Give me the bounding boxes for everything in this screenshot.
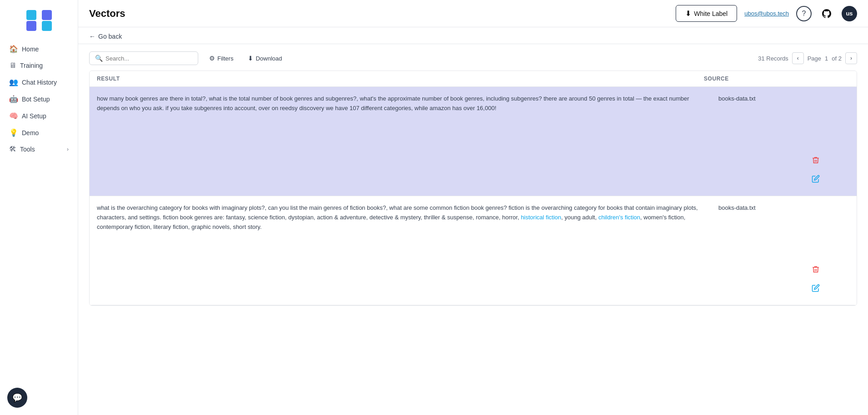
demo-icon: 💡	[9, 128, 18, 137]
sidebar-item-bot-setup[interactable]: 🤖 Bot Setup	[4, 91, 74, 107]
sidebar-item-tools[interactable]: 🛠 Tools ›	[4, 142, 74, 157]
header-right: ⬇ White Label ubos@ubos.tech ? us	[676, 5, 857, 22]
bot-setup-icon: 🤖	[9, 95, 18, 103]
edit-button-2[interactable]	[810, 282, 822, 298]
header: Vectors ⬇ White Label ubos@ubos.tech ? u…	[78, 0, 868, 27]
edit-button-1[interactable]	[810, 173, 822, 188]
chat-bubble-button[interactable]: 💬	[7, 388, 27, 408]
training-icon: 🖥	[9, 61, 16, 70]
filters-icon: ⚙	[209, 55, 215, 62]
sidebar-item-chat-history[interactable]: 👥 Chat History	[4, 74, 74, 90]
svg-rect-3	[42, 21, 52, 31]
result-column-header: RESULT	[97, 76, 704, 82]
sidebar-item-ai-setup[interactable]: 🧠 AI Setup	[4, 108, 74, 124]
go-back-button[interactable]: ← Go back	[89, 33, 857, 40]
content-area: 🔍 ⚙ Filters ⬇ Download 31 Records ‹ Page…	[78, 44, 868, 415]
svg-rect-1	[26, 21, 36, 31]
sidebar-item-demo-label: Demo	[22, 129, 39, 137]
page-label: Page	[808, 55, 821, 62]
sidebar-item-training[interactable]: 🖥 Training	[4, 58, 74, 73]
next-page-button[interactable]: ›	[845, 52, 857, 64]
download-circle-icon: ⬇	[685, 9, 691, 18]
filters-button[interactable]: ⚙ Filters	[206, 53, 237, 64]
delete-column-header	[795, 76, 822, 82]
actions-cell-2	[802, 196, 829, 305]
github-button[interactable]	[819, 6, 834, 21]
current-page: 1	[825, 55, 828, 62]
search-input[interactable]	[105, 55, 192, 62]
source-cell-2: books-data.txt	[711, 196, 802, 305]
help-button[interactable]: ?	[796, 6, 812, 21]
delete-button-1[interactable]	[810, 154, 822, 170]
github-icon	[821, 8, 832, 19]
svg-rect-2	[42, 10, 52, 20]
search-icon: 🔍	[95, 55, 103, 62]
edit-column-header	[822, 76, 849, 82]
chat-history-icon: 👥	[9, 78, 18, 86]
toolbar-right: 31 Records ‹ Page 1 of 2 ›	[758, 52, 857, 64]
delete-button-2[interactable]	[810, 263, 822, 279]
sidebar-nav: 🏠 Home 🖥 Training 👥 Chat History 🤖 Bot S…	[0, 41, 78, 157]
page-title: Vectors	[89, 8, 125, 20]
logo	[0, 5, 78, 41]
trash-icon	[812, 156, 820, 164]
sidebar-item-chat-history-label: Chat History	[22, 79, 57, 86]
download-button[interactable]: ⬇ Download	[244, 53, 286, 64]
sidebar: 🏠 Home 🖥 Training 👥 Chat History 🤖 Bot S…	[0, 0, 78, 415]
result-text-2: what is the overarching category for boo…	[97, 204, 698, 230]
download-label: Download	[256, 55, 282, 62]
user-avatar-button[interactable]: us	[842, 6, 857, 21]
edit-icon	[812, 175, 820, 183]
tools-icon: 🛠	[9, 145, 16, 153]
sidebar-item-bot-setup-label: Bot Setup	[22, 96, 50, 103]
prev-page-button[interactable]: ‹	[792, 52, 804, 64]
filters-label: Filters	[217, 55, 233, 62]
total-pages: of 2	[832, 55, 842, 62]
source-column-header: SOURCE	[704, 76, 795, 82]
user-initials: us	[846, 10, 853, 17]
actions-cell-1	[802, 87, 829, 196]
tools-arrow-icon: ›	[67, 146, 69, 152]
sidebar-bottom: 💬	[0, 380, 78, 415]
trash-icon	[812, 265, 820, 273]
sidebar-item-training-label: Training	[20, 62, 43, 69]
sidebar-item-home-label: Home	[22, 46, 39, 53]
svg-rect-0	[26, 10, 36, 20]
result-cell-2: what is the overarching category for boo…	[90, 196, 711, 305]
help-icon: ?	[802, 10, 806, 18]
white-label-label: White Label	[694, 10, 728, 17]
toolbar: 🔍 ⚙ Filters ⬇ Download 31 Records ‹ Page…	[89, 51, 857, 65]
user-email: ubos@ubos.tech	[744, 10, 789, 17]
vectors-table: RESULT SOURCE how many book genres are t…	[89, 71, 857, 306]
sub-header: ← Go back	[78, 27, 868, 44]
sidebar-item-demo[interactable]: 💡 Demo	[4, 125, 74, 141]
chat-bubble-icon: 💬	[12, 393, 22, 403]
sidebar-item-home[interactable]: 🏠 Home	[4, 41, 74, 57]
result-cell-1: how many book genres are there in total?…	[90, 87, 711, 196]
sidebar-item-tools-label: Tools	[20, 146, 35, 153]
search-box[interactable]: 🔍	[89, 51, 198, 65]
table-row: how many book genres are there in total?…	[90, 87, 857, 196]
edit-icon	[812, 284, 820, 292]
back-arrow-icon: ←	[89, 33, 95, 40]
download-icon: ⬇	[248, 55, 253, 62]
white-label-button[interactable]: ⬇ White Label	[676, 5, 737, 22]
table-row: what is the overarching category for boo…	[90, 196, 857, 305]
sidebar-item-ai-setup-label: AI Setup	[22, 112, 46, 120]
result-text-1: how many book genres are there in total?…	[97, 95, 689, 111]
ai-setup-icon: 🧠	[9, 111, 18, 120]
table-header: RESULT SOURCE	[90, 71, 857, 87]
records-count: 31 Records	[758, 55, 788, 62]
home-icon: 🏠	[9, 45, 18, 53]
main-content: Vectors ⬇ White Label ubos@ubos.tech ? u…	[78, 0, 868, 415]
go-back-label: Go back	[98, 33, 122, 40]
source-cell-1: books-data.txt	[711, 87, 802, 196]
